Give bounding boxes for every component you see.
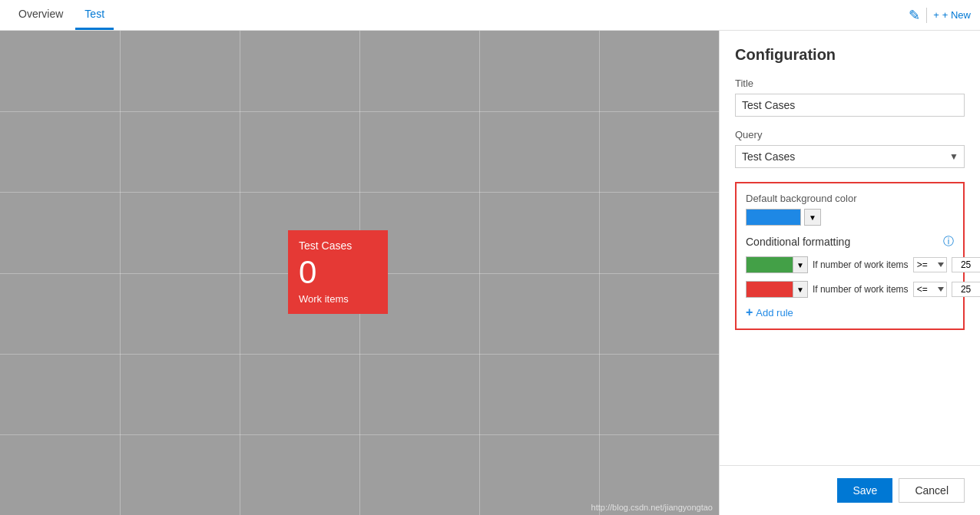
new-button[interactable]: + + New (933, 9, 971, 21)
canvas-area: Test Cases 0 Work items http://blog.csdn… (0, 31, 719, 515)
info-icon[interactable]: ⓘ (943, 235, 954, 249)
rule-1-color-wrapper: ▼ (746, 256, 808, 273)
rule-row-2: ▼ If number of work items <= >= = > < ✕ (746, 281, 954, 298)
rule-2-color-swatch[interactable] (746, 281, 793, 298)
rule-2-value-input[interactable] (952, 282, 980, 297)
config-title-section: Title (720, 71, 980, 123)
save-button[interactable]: Save (837, 478, 892, 503)
rule-1-color-dropdown[interactable]: ▼ (793, 256, 808, 273)
add-rule-label: Add rule (756, 307, 793, 319)
rule-1-color-swatch[interactable] (746, 256, 793, 273)
title-label: Title (735, 78, 965, 89)
plus-icon: + (746, 305, 753, 319)
config-panel: Configuration Title Query Test Cases ▼ D… (719, 31, 980, 515)
default-color-swatch[interactable] (746, 209, 801, 226)
config-header: Configuration (720, 31, 980, 71)
plus-icon: + (933, 9, 939, 21)
nav-divider (926, 8, 927, 23)
widget-card[interactable]: Test Cases 0 Work items (288, 230, 388, 314)
rule-2-condition-text: If number of work items (813, 284, 909, 295)
rule-2-color-dropdown[interactable]: ▼ (793, 281, 808, 298)
edit-icon-btn[interactable]: ✎ (909, 7, 920, 24)
rule-1-value-input[interactable] (952, 257, 980, 272)
cond-format-header: Conditional formatting ⓘ (746, 235, 954, 249)
cond-format-title: Conditional formatting (746, 236, 850, 248)
config-footer: Save Cancel (720, 465, 980, 515)
rule-2-operator-select[interactable]: <= >= = > < (913, 282, 947, 297)
color-picker-wrapper: ▼ (746, 209, 954, 226)
color-dropdown-button[interactable]: ▼ (804, 209, 821, 226)
watermark: http://blog.csdn.net/jiangyongtao (591, 503, 713, 512)
default-bg-subsection: Default background color ▼ (746, 193, 954, 226)
cancel-button[interactable]: Cancel (899, 478, 965, 503)
main-layout: Test Cases 0 Work items http://blog.csdn… (0, 31, 980, 515)
query-select-wrapper: Test Cases ▼ (735, 145, 965, 168)
title-input[interactable] (735, 94, 965, 117)
config-query-section: Query Test Cases ▼ (720, 123, 980, 174)
add-rule-button[interactable]: + Add rule (746, 305, 793, 319)
pencil-icon: ✎ (909, 7, 920, 24)
rule-2-color-wrapper: ▼ (746, 281, 808, 298)
top-nav: Overview Test ✎ + + New (0, 0, 980, 31)
widget-card-subtitle: Work items (299, 293, 377, 305)
rule-1-operator-select[interactable]: >= <= = > < (913, 257, 947, 272)
tab-test[interactable]: Test (75, 0, 114, 30)
tab-overview[interactable]: Overview (9, 0, 72, 30)
widget-card-count: 0 (299, 256, 377, 289)
query-select[interactable]: Test Cases (735, 145, 965, 168)
default-bg-label: Default background color (746, 193, 954, 204)
widget-card-title: Test Cases (299, 239, 377, 252)
top-nav-actions: ✎ + + New (909, 7, 971, 24)
query-label: Query (735, 129, 965, 140)
conditional-formatting-section: Default background color ▼ Conditional f… (735, 182, 965, 330)
rule-row-1: ▼ If number of work items >= <= = > < ✕ (746, 256, 954, 273)
rule-1-condition-text: If number of work items (813, 259, 909, 270)
nav-tabs: Overview Test (9, 0, 114, 30)
